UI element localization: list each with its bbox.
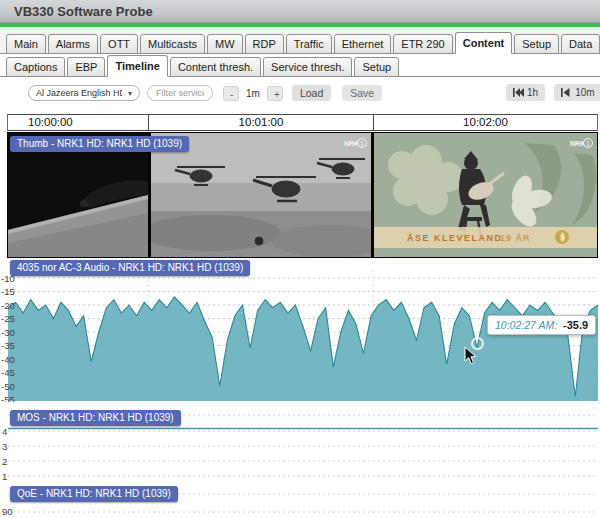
thumb-row-badge: Thumb - NRK1 HD: NRK1 HD (1039) xyxy=(10,136,189,152)
svg-text:-50: -50 xyxy=(1,381,15,392)
svg-text:4: 4 xyxy=(2,426,7,437)
jump-back-1h-button[interactable]: 1h xyxy=(506,84,545,101)
skip-back-icon xyxy=(561,88,572,97)
tab-mw[interactable]: MW xyxy=(207,34,243,54)
thumb2-channel-number: 1 xyxy=(360,140,364,147)
thumb3-channel-number: 1 xyxy=(586,140,590,147)
jump-buttons: 1h10m1m xyxy=(506,84,600,101)
main-tab-bar: MainAlarmsOTTMulticastsMWRDPTrafficEther… xyxy=(0,33,600,54)
thumb2-channel-logo: NRK xyxy=(344,140,359,147)
tab-etr-290[interactable]: ETR 290 xyxy=(393,34,452,54)
timeline-cell-10-00-00[interactable]: 10:00:00 xyxy=(8,115,149,130)
thumb3-caption-age: 19 ÅR xyxy=(500,233,531,243)
service-select[interactable]: Al Jazeera English HD: / ▾ xyxy=(28,85,140,101)
tab-content[interactable]: Content xyxy=(455,32,513,54)
tab-rdp[interactable]: RDP xyxy=(245,34,284,54)
vb330-app: VB330 Software Probe MainAlarmsOTTMultic… xyxy=(0,0,600,518)
tab-traffic[interactable]: Traffic xyxy=(286,34,332,54)
timeline-cell-10-02-00[interactable]: 10:02:00 xyxy=(374,115,597,130)
subtab-ebp[interactable]: EBP xyxy=(67,57,105,77)
svg-text:3: 3 xyxy=(2,441,7,452)
chart-tooltip: 10:02:27 AM: -35.9 xyxy=(487,315,596,335)
chevron-down-icon: ▾ xyxy=(128,89,132,98)
mouse-cursor-icon xyxy=(464,346,477,365)
jump-label: 10m xyxy=(575,87,594,98)
svg-text:-30: -30 xyxy=(1,327,15,338)
service-select-value: Al Jazeera English HD: / xyxy=(36,88,122,98)
zoom-level-label: 1m xyxy=(246,88,260,99)
tab-setup[interactable]: Setup xyxy=(514,34,559,54)
load-button[interactable]: Load xyxy=(292,85,331,101)
skip-back-double-icon xyxy=(513,88,524,97)
zoom-in-button[interactable]: + xyxy=(267,86,283,101)
tooltip-time: 10:02:27 AM: xyxy=(495,319,557,331)
subtab-timeline[interactable]: Timeline xyxy=(107,55,167,77)
sub-tab-bar: CaptionsEBPTimelineContent thresh.Servic… xyxy=(0,56,600,77)
app-title: VB330 Software Probe xyxy=(14,4,153,19)
svg-text:2: 2 xyxy=(2,456,7,467)
tab-ethernet[interactable]: Ethernet xyxy=(334,34,392,54)
filter-services-input[interactable] xyxy=(147,85,213,101)
video-thumbnail-3[interactable]: ÅSE KLEVELAND 19 ÅR NRK 1 xyxy=(374,133,597,257)
subtab-captions[interactable]: Captions xyxy=(6,57,65,77)
svg-text:-20: -20 xyxy=(1,300,15,311)
thumb3-caption-name: ÅSE KLEVELAND xyxy=(407,233,503,243)
svg-text:-35: -35 xyxy=(1,340,15,351)
subtab-content-thresh[interactable]: Content thresh. xyxy=(170,57,261,77)
svg-text:90: 90 xyxy=(2,506,13,517)
mos-row-badge: MOS - NRK1 HD: NRK1 HD (1039) xyxy=(10,410,181,426)
zoom-out-button[interactable]: - xyxy=(223,86,239,101)
jump-label: 1h xyxy=(527,87,538,98)
tab-multicasts[interactable]: Multicasts xyxy=(140,34,205,54)
tab-main[interactable]: Main xyxy=(6,34,46,54)
svg-text:-40: -40 xyxy=(1,354,15,365)
svg-text:-45: -45 xyxy=(1,367,15,378)
tab-ott[interactable]: OTT xyxy=(100,34,138,54)
timeline-ruler: 10:00:0010:01:0010:02:00 xyxy=(7,114,598,131)
tooltip-value: -35.9 xyxy=(563,319,588,331)
timeline-toolbar: Al Jazeera English HD: / ▾ - 1m + Load S… xyxy=(28,84,382,102)
qoe-row-badge: QoE - NRK1 HD: NRK1 HD (1039) xyxy=(10,486,178,502)
save-button[interactable]: Save xyxy=(342,85,382,101)
timeline-cell-10-01-00[interactable]: 10:01:00 xyxy=(149,115,374,130)
svg-text:1: 1 xyxy=(2,471,7,482)
thumb3-channel-logo: NRK xyxy=(570,140,585,147)
thumb3-art: ÅSE KLEVELAND 19 ÅR NRK 1 xyxy=(374,133,597,257)
jump-back-10m-button[interactable]: 10m xyxy=(554,84,600,101)
audio-row-badge: 4035 nor AC-3 Audio - NRK1 HD: NRK1 HD (… xyxy=(10,260,250,276)
tab-data[interactable]: Data xyxy=(561,34,600,54)
svg-text:-15: -15 xyxy=(1,286,15,297)
svg-text:-55: -55 xyxy=(1,394,15,402)
tab-alarms[interactable]: Alarms xyxy=(48,34,98,54)
titlebar: VB330 Software Probe xyxy=(0,0,600,23)
subtab-service-thresh[interactable]: Service thresh. xyxy=(263,57,352,77)
svg-text:-25: -25 xyxy=(1,313,15,324)
subtab-setup[interactable]: Setup xyxy=(354,57,399,77)
